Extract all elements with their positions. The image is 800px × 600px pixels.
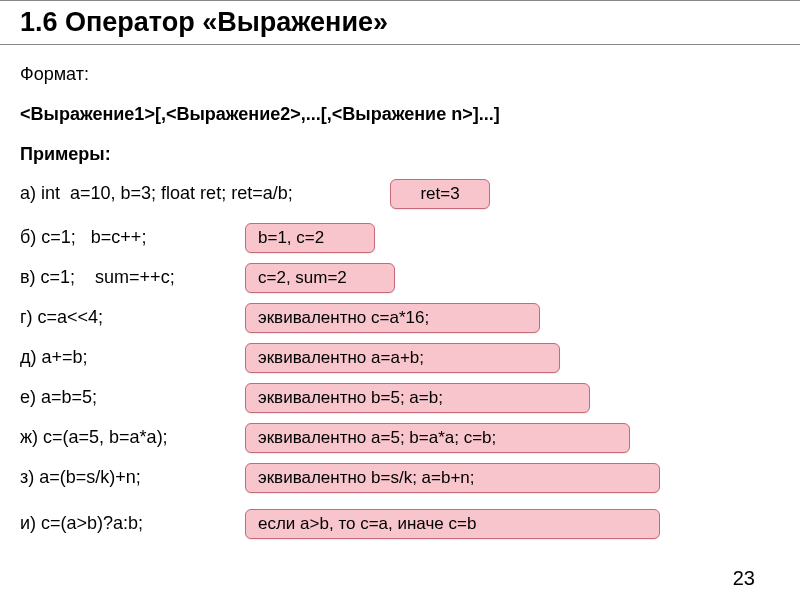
example-label: з) a=(b=s/k)+n; [20, 467, 141, 488]
format-label-line: Формат: [20, 59, 780, 89]
format-syntax: <Выражение1>[,<Выражение2>,...[,<Выражен… [20, 104, 500, 125]
examples-label-line: Примеры: [20, 139, 780, 169]
example-label: а) int a=10, b=3; float ret; ret=a/b; [20, 183, 293, 204]
page-number: 23 [733, 567, 755, 590]
page-title: 1.6 Оператор «Выражение» [20, 7, 800, 38]
example-label: г) c=a<<4; [20, 307, 103, 328]
example-label: в) c=1; sum=++c; [20, 267, 175, 288]
example-row-i: и) c=(a>b)?a:b; если a>b, то c=a, иначе … [20, 509, 780, 543]
result-badge: если a>b, то c=a, иначе c=b [245, 509, 660, 539]
example-row-v: в) c=1; sum=++c; c=2, sum=2 [20, 263, 780, 297]
example-label: е) a=b=5; [20, 387, 97, 408]
format-syntax-line: <Выражение1>[,<Выражение2>,...[,<Выражен… [20, 99, 780, 129]
result-badge: b=1, c=2 [245, 223, 375, 253]
result-badge: c=2, sum=2 [245, 263, 395, 293]
title-bar: 1.6 Оператор «Выражение» [0, 0, 800, 45]
result-badge: эквивалентно b=s/k; a=b+n; [245, 463, 660, 493]
result-badge: эквивалентно a=5; b=a*a; c=b; [245, 423, 630, 453]
format-label: Формат: [20, 64, 89, 85]
result-badge: эквивалентно a=a+b; [245, 343, 560, 373]
result-badge: ret=3 [390, 179, 490, 209]
result-badge: эквивалентно b=5; a=b; [245, 383, 590, 413]
example-row-g: г) c=a<<4; эквивалентно c=a*16; [20, 303, 780, 337]
example-label: б) c=1; b=c++; [20, 227, 146, 248]
example-row-a: а) int a=10, b=3; float ret; ret=a/b; re… [20, 179, 780, 217]
example-row-z: з) a=(b=s/k)+n; эквивалентно b=s/k; a=b+… [20, 463, 780, 497]
example-label: ж) c=(a=5, b=a*a); [20, 427, 168, 448]
example-row-e: е) a=b=5; эквивалентно b=5; a=b; [20, 383, 780, 417]
examples-label: Примеры: [20, 144, 111, 165]
example-label: д) a+=b; [20, 347, 88, 368]
content-area: Формат: <Выражение1>[,<Выражение2>,...[,… [0, 45, 800, 543]
result-badge: эквивалентно c=a*16; [245, 303, 540, 333]
example-row-d: д) a+=b; эквивалентно a=a+b; [20, 343, 780, 377]
example-row-zh: ж) c=(a=5, b=a*a); эквивалентно a=5; b=a… [20, 423, 780, 457]
example-label: и) c=(a>b)?a:b; [20, 513, 143, 534]
example-row-b: б) c=1; b=c++; b=1, c=2 [20, 223, 780, 257]
